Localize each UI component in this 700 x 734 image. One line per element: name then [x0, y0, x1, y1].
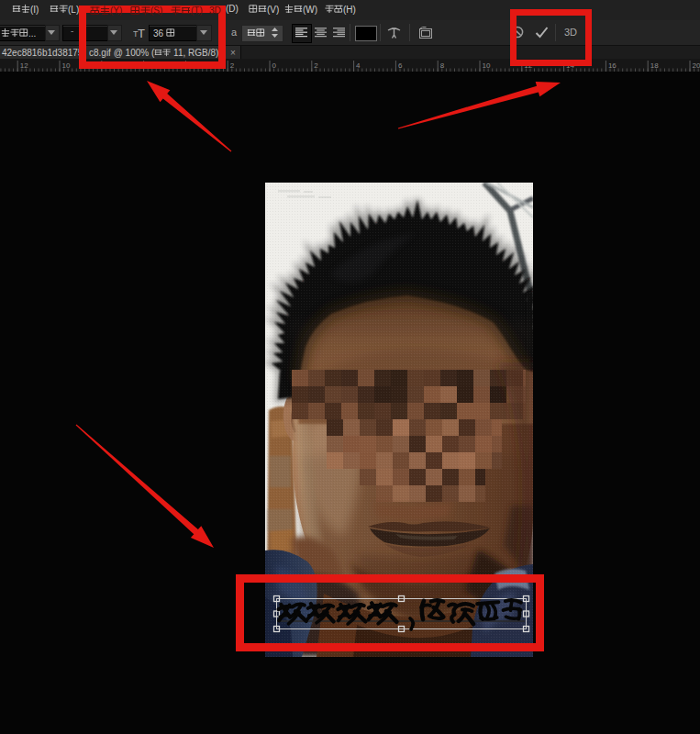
svg-text:(S): (S): [150, 6, 162, 16]
svg-text:(T): (T): [191, 6, 203, 16]
svg-text:3D: 3D: [209, 6, 221, 16]
svg-text:(Y): (Y): [110, 6, 122, 16]
